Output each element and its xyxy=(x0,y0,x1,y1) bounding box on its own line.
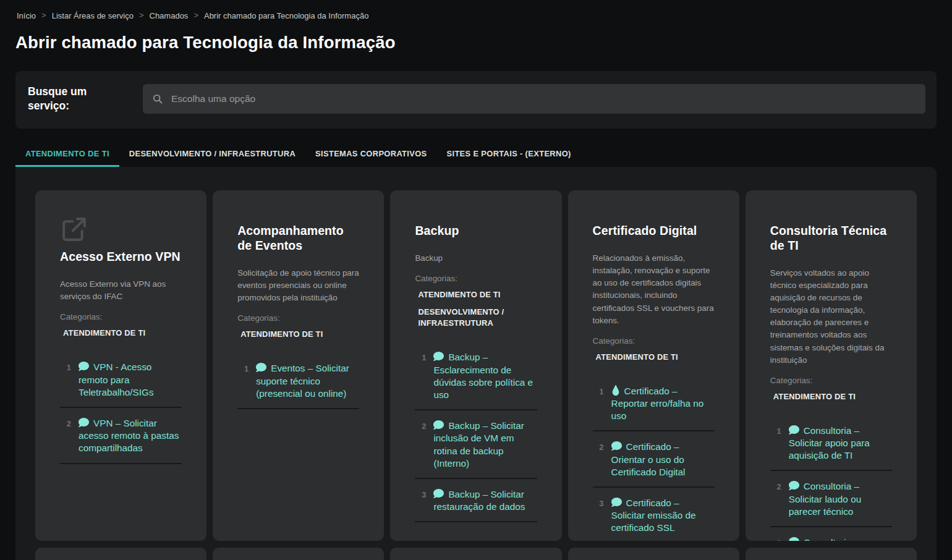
service-number: 3 xyxy=(770,537,781,541)
card-title: Backup xyxy=(415,224,537,239)
service-number: 2 xyxy=(770,480,781,491)
card-description: Backup xyxy=(415,252,537,265)
service-link-label: Eventos – Solicitar suporte técnico (pre… xyxy=(256,363,349,398)
service-list: 1Backup – Esclarecimento de dúvidas sobr… xyxy=(415,351,537,522)
comment-icon xyxy=(256,362,266,373)
page: Início>Listar Áreas de serviço>Chamados>… xyxy=(0,0,952,560)
service-link[interactable]: Consultoria – Solicitar treinamento em s… xyxy=(789,537,892,541)
service-list: 1VPN - Acesso remoto para Teletrabalho/S… xyxy=(60,361,182,464)
service-link-label: Certificado – Solicitar emissão de certi… xyxy=(611,498,696,533)
service-item: 2VPN – Solicitar acesso remoto à pastas … xyxy=(60,417,182,464)
chevron-right-icon: > xyxy=(139,11,144,20)
card-title: Acompanhamento de Eventos xyxy=(237,224,359,253)
service-item: 1Consultoria – Solicitar apoio para aqui… xyxy=(770,425,892,472)
breadcrumb-link[interactable]: Chamados xyxy=(150,11,189,20)
category-name: DESENVOLVIMENTO / INFRAESTRUTURA xyxy=(418,307,537,329)
categories-label: Categorias: xyxy=(237,313,359,323)
service-list: 1Eventos – Solicitar suporte técnico (pr… xyxy=(237,362,359,409)
tab-sistemas-corporativos[interactable]: SISTEMAS CORPORATIVOS xyxy=(305,145,436,167)
service-card: Certificado DigitalRelacionados à emissã… xyxy=(568,190,739,541)
service-number: 1 xyxy=(593,385,604,396)
search-icon xyxy=(152,93,163,104)
service-link[interactable]: Certificado – Orientar o uso do Certific… xyxy=(611,441,715,478)
comment-icon xyxy=(79,361,89,371)
breadcrumb-current: Abrir chamado para Tecnologia da Informa… xyxy=(204,11,368,20)
search-box xyxy=(143,84,925,114)
service-link[interactable]: Consultoria – Solicitar apoio para aquis… xyxy=(789,425,892,462)
service-list: 1Certificado – Reportar erro/falha no us… xyxy=(593,385,715,541)
comment-icon xyxy=(79,417,89,428)
service-link[interactable]: VPN – Solicitar acesso remoto à pastas c… xyxy=(79,417,182,455)
service-link-label: Certificado – Orientar o uso do Certific… xyxy=(611,441,686,477)
search-panel: Busque um serviço: xyxy=(15,71,937,129)
search-input[interactable] xyxy=(143,84,925,114)
service-card-partial xyxy=(35,548,206,560)
comment-icon xyxy=(789,425,799,435)
card-description: Acesso Externo via VPN aos serviços do I… xyxy=(60,278,182,303)
service-item: 2Backup – Solicitar inclusão de VM em ro… xyxy=(415,420,537,479)
service-card: Acesso Externo VPNAcesso Externo via VPN… xyxy=(35,190,206,541)
comment-icon xyxy=(789,480,799,491)
categories-label: Categorias: xyxy=(593,336,715,346)
service-card-partial xyxy=(568,548,739,560)
comment-icon xyxy=(433,351,444,362)
category-name: ATENDIMENTO DE TI xyxy=(418,289,537,300)
card-description: Solicitação de apoio técnico para evento… xyxy=(237,267,359,304)
service-item: 1Certificado – Reportar erro/falha no us… xyxy=(593,385,715,432)
comment-icon xyxy=(433,488,444,499)
service-link[interactable]: Backup – Solicitar inclusão de VM em rot… xyxy=(433,420,537,470)
tab-atendimento-de-ti[interactable]: ATENDIMENTO DE TI xyxy=(15,145,119,167)
service-number: 3 xyxy=(593,497,604,508)
comment-icon xyxy=(611,441,622,451)
service-item: 1VPN - Acesso remoto para Teletrabalho/S… xyxy=(60,361,182,408)
service-link-label: VPN - Acesso remoto para Teletrabalho/SI… xyxy=(79,362,154,397)
service-number: 1 xyxy=(770,425,781,436)
service-item: 3Certificado – Solicitar emissão de cert… xyxy=(593,497,715,541)
category-name: ATENDIMENTO DE TI xyxy=(63,328,182,339)
service-number: 3 xyxy=(415,488,426,499)
service-link-label: VPN – Solicitar acesso remoto à pastas c… xyxy=(79,418,179,453)
service-link-label: Consultoria – Solicitar treinamento em s… xyxy=(789,537,891,541)
service-link[interactable]: Backup – Solicitar restauração de dados xyxy=(433,488,537,513)
categories-label: Categorias: xyxy=(770,376,892,385)
service-link-label: Consultoria – Solicitar apoio para aquis… xyxy=(789,425,870,460)
service-number: 1 xyxy=(415,351,426,362)
service-card: Consultoria Técnica de TIServiços voltad… xyxy=(746,190,917,541)
service-card: Acompanhamento de EventosSolicitação de … xyxy=(213,190,384,541)
service-item: 3Backup – Solicitar restauração de dados xyxy=(415,488,537,522)
service-link[interactable]: Backup – Esclarecimento de dúvidas sobre… xyxy=(433,351,537,401)
service-link-label: Backup – Esclarecimento de dúvidas sobre… xyxy=(433,352,533,400)
service-item: 1Backup – Esclarecimento de dúvidas sobr… xyxy=(415,351,537,410)
category-name: ATENDIMENTO DE TI xyxy=(240,329,359,340)
service-link[interactable]: Certificado – Reportar erro/falha no uso xyxy=(611,385,715,423)
categories-label: Categorias: xyxy=(415,274,537,283)
service-card-partial xyxy=(213,548,384,560)
category-name: ATENDIMENTO DE TI xyxy=(596,352,715,363)
breadcrumb-link[interactable]: Listar Áreas de serviço xyxy=(52,11,134,20)
comment-icon xyxy=(433,420,444,430)
card-title: Certificado Digital xyxy=(593,224,715,239)
service-number: 2 xyxy=(593,441,604,452)
service-link[interactable]: Certificado – Solicitar emissão de certi… xyxy=(611,497,715,535)
card-title: Acesso Externo VPN xyxy=(60,250,182,265)
card-description: Relacionados à emissão, instalação, reno… xyxy=(593,252,715,327)
service-link-label: Consultoria – Solicitar laudo ou parecer… xyxy=(789,481,861,516)
tint-icon xyxy=(611,385,620,396)
service-link[interactable]: Consultoria – Solicitar laudo ou parecer… xyxy=(789,480,892,518)
card-title: Consultoria Técnica de TI xyxy=(770,224,892,253)
breadcrumb-link[interactable]: Início xyxy=(17,11,36,20)
breadcrumb: Início>Listar Áreas de serviço>Chamados>… xyxy=(15,0,937,20)
tab-desenvolvimento-infraestrutura[interactable]: DESENVOLVIMENTO / INFRAESTRUTURA xyxy=(119,145,305,167)
service-link-label: Certificado – Reportar erro/falha no uso xyxy=(611,386,704,421)
service-link[interactable]: VPN - Acesso remoto para Teletrabalho/SI… xyxy=(79,361,182,399)
comment-icon xyxy=(611,497,622,507)
service-link[interactable]: Eventos – Solicitar suporte técnico (pre… xyxy=(256,362,359,400)
service-number: 1 xyxy=(237,362,249,373)
categories-label: Categorias: xyxy=(60,312,182,321)
service-card-partial xyxy=(746,548,917,560)
service-number: 1 xyxy=(60,361,71,372)
search-label: Busque um serviço: xyxy=(28,84,122,114)
tab-sites-e-portais-externo[interactable]: SITES E PORTAIS - (EXTERNO) xyxy=(437,145,581,167)
service-item: 2Consultoria – Solicitar laudo ou parece… xyxy=(770,480,892,527)
service-list: 1Consultoria – Solicitar apoio para aqui… xyxy=(770,425,892,541)
